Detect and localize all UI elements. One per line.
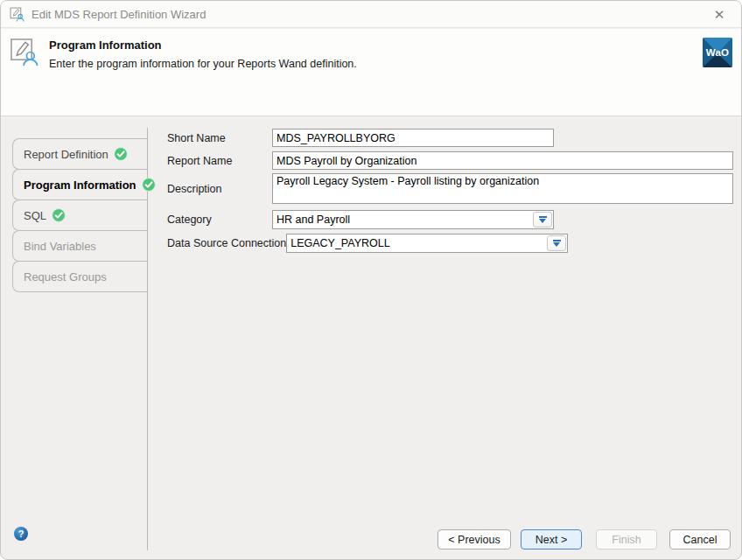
- footer-buttons: < Previous Next > Finish Cancel: [438, 529, 731, 550]
- category-row: Category HR and Payroll: [167, 210, 733, 229]
- wizard-step-program-information[interactable]: Program Information: [12, 169, 147, 200]
- wizard-step-sql[interactable]: SQL: [12, 200, 147, 231]
- chevron-down-icon: [539, 219, 546, 223]
- description-input[interactable]: Payroll Legacy System - Payroll listing …: [272, 173, 733, 204]
- data-source-dropdown-button[interactable]: [547, 235, 566, 251]
- check-icon: [114, 147, 128, 161]
- wizard-dialog: Edit MDS Report Definition Wizard ✕ Prog…: [0, 0, 742, 560]
- short-name-row: Short Name: [167, 129, 733, 147]
- help-icon[interactable]: ?: [14, 527, 28, 541]
- title-bar: Edit MDS Report Definition Wizard ✕: [1, 1, 741, 28]
- wizard-step-label: SQL: [24, 209, 46, 222]
- page-subtitle: Enter the program information for your R…: [49, 58, 357, 70]
- cancel-button[interactable]: Cancel: [669, 529, 731, 550]
- check-icon: [52, 208, 66, 222]
- report-wizard-icon: [10, 7, 24, 22]
- wizard-step-label: Report Definition: [24, 148, 108, 161]
- description-row: Description Payroll Legacy System - Payr…: [167, 173, 733, 204]
- previous-button[interactable]: < Previous: [438, 529, 511, 550]
- wizard-step-label: Program Information: [24, 178, 136, 192]
- wizard-step-label: Bind Variables: [24, 240, 96, 253]
- wizard-step-report-definition[interactable]: Report Definition: [12, 138, 147, 170]
- chevron-down-icon: [553, 242, 560, 247]
- report-name-row: Report Name: [167, 151, 733, 170]
- data-source-label: Data Source Connection: [167, 237, 286, 249]
- description-label: Description: [167, 183, 272, 195]
- wizard-header: Program Information Enter the program in…: [1, 29, 741, 116]
- chevron-down-icon: [539, 216, 547, 218]
- category-label: Category: [167, 214, 272, 226]
- short-name-label: Short Name: [167, 132, 272, 144]
- wao-logo: WaO: [703, 38, 732, 67]
- wizard-step-request-groups[interactable]: Request Groups: [12, 261, 147, 292]
- program-information-icon: [10, 38, 38, 66]
- window-title: Edit MDS Report Definition Wizard: [32, 8, 206, 21]
- wizard-steps: Report Definition Program Information SQ…: [12, 138, 147, 292]
- next-button[interactable]: Next >: [521, 529, 582, 550]
- close-icon[interactable]: ✕: [708, 4, 731, 25]
- chevron-down-icon: [553, 240, 561, 242]
- category-dropdown[interactable]: HR and Payroll: [272, 210, 554, 229]
- wizard-step-bind-variables[interactable]: Bind Variables: [12, 230, 147, 262]
- report-name-input[interactable]: [272, 151, 733, 170]
- data-source-value: LEGACY_PAYROLL: [290, 234, 389, 252]
- wizard-step-label: Request Groups: [24, 270, 107, 284]
- finish-button: Finish: [596, 529, 657, 550]
- category-value: HR and Payroll: [276, 211, 350, 228]
- wao-logo-text: WaO: [703, 38, 732, 67]
- report-name-label: Report Name: [167, 155, 272, 167]
- page-title: Program Information: [49, 38, 162, 52]
- category-dropdown-button[interactable]: [533, 212, 552, 228]
- short-name-input[interactable]: [272, 129, 554, 147]
- check-icon: [142, 178, 156, 192]
- data-source-dropdown[interactable]: LEGACY_PAYROLL: [286, 234, 568, 253]
- data-source-row: Data Source Connection LEGACY_PAYROLL: [167, 234, 733, 253]
